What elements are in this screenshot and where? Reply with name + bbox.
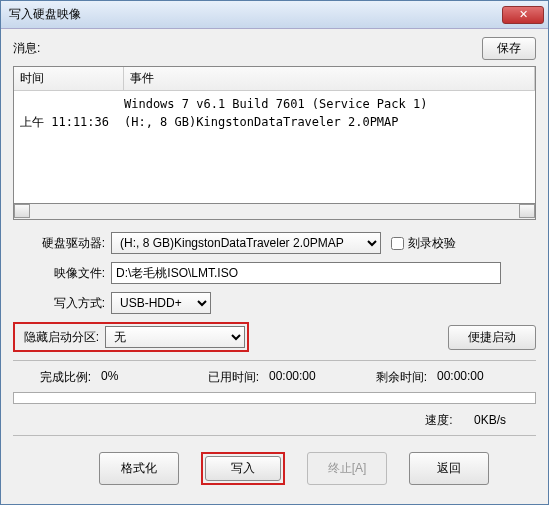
abort-button: 终止[A]	[307, 452, 387, 485]
form: 硬盘驱动器: (H:, 8 GB)KingstonDataTraveler 2.…	[13, 232, 536, 352]
log-header: 时间 事件	[14, 67, 535, 91]
close-icon[interactable]: ✕	[502, 6, 544, 24]
hidden-select[interactable]: 无	[105, 326, 245, 348]
speed-row: 速度: 0KB/s	[13, 412, 536, 429]
log-col-event: 事件	[124, 67, 535, 90]
hidden-label: 隐藏启动分区:	[17, 329, 105, 346]
convenient-boot-button[interactable]: 便捷启动	[448, 325, 536, 350]
horizontal-scrollbar[interactable]	[13, 204, 536, 220]
hidden-partition-highlight: 隐藏启动分区: 无	[13, 322, 249, 352]
verify-checkbox[interactable]: 刻录校验	[391, 235, 456, 252]
status-row: 完成比例: 0% 已用时间: 00:00:00 剩余时间: 00:00:00	[13, 369, 536, 386]
remain-value: 00:00:00	[427, 369, 517, 386]
back-button[interactable]: 返回	[409, 452, 489, 485]
progress-bar	[13, 392, 536, 404]
log-row-time: 上午 11:11:36	[20, 115, 109, 129]
elapsed-value: 00:00:00	[259, 369, 349, 386]
window: 写入硬盘映像 ✕ 消息: 保存 时间 事件 上午 11:11:36 Window…	[0, 0, 549, 505]
content-area: 消息: 保存 时间 事件 上午 11:11:36 Windows 7 v6.1 …	[1, 29, 548, 493]
log-row-event: Windows 7 v6.1 Build 7601 (Service Pack …	[124, 97, 427, 111]
write-highlight: 写入	[201, 452, 285, 485]
speed-value: 0KB/s	[456, 413, 506, 427]
drive-select[interactable]: (H:, 8 GB)KingstonDataTraveler 2.0PMAP	[111, 232, 381, 254]
mode-label: 写入方式:	[13, 295, 111, 312]
remain-label: 剩余时间:	[349, 369, 427, 386]
verify-label: 刻录校验	[408, 235, 456, 252]
progress-value: 0%	[91, 369, 181, 386]
log-col-time: 时间	[14, 67, 124, 90]
image-label: 映像文件:	[13, 265, 111, 282]
window-title: 写入硬盘映像	[9, 6, 502, 23]
elapsed-label: 已用时间:	[181, 369, 259, 386]
progress-label: 完成比例:	[13, 369, 91, 386]
image-path-input[interactable]	[111, 262, 501, 284]
save-button[interactable]: 保存	[482, 37, 536, 60]
verify-checkbox-input[interactable]	[391, 237, 404, 250]
drive-label: 硬盘驱动器:	[13, 235, 111, 252]
button-row: 格式化 写入 终止[A] 返回	[13, 444, 536, 485]
write-button[interactable]: 写入	[205, 456, 281, 481]
log-body: 上午 11:11:36 Windows 7 v6.1 Build 7601 (S…	[14, 91, 535, 135]
titlebar: 写入硬盘映像 ✕	[1, 1, 548, 29]
info-label: 消息:	[13, 40, 482, 57]
divider	[13, 435, 536, 436]
speed-label: 速度:	[425, 413, 452, 427]
log-box: 时间 事件 上午 11:11:36 Windows 7 v6.1 Build 7…	[13, 66, 536, 204]
divider	[13, 360, 536, 361]
format-button[interactable]: 格式化	[99, 452, 179, 485]
log-row-event: (H:, 8 GB)KingstonDataTraveler 2.0PMAP	[124, 115, 399, 129]
mode-select[interactable]: USB-HDD+	[111, 292, 211, 314]
